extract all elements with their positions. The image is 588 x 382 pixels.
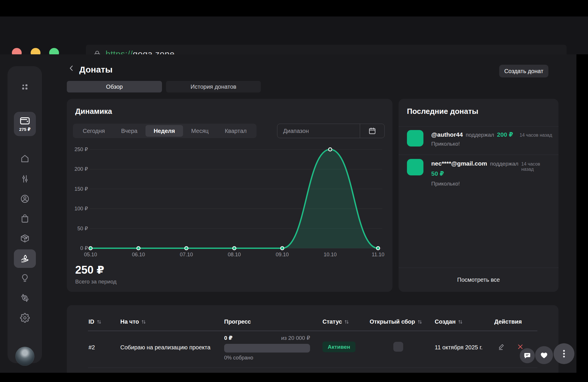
date-range-input[interactable]: Диапазон [277,124,385,138]
period-month[interactable]: Месяц [183,125,217,137]
dynamics-title: Динамика [75,107,112,116]
view-all-button[interactable]: Посмотреть все [399,268,558,292]
column-label: Создан [435,318,456,325]
column-label: Прогресс [224,318,251,325]
divider [399,155,558,155]
app-window: 275 ₽ [0,54,576,373]
sidebar-item-filters[interactable] [8,173,42,185]
donor-name: nec****@gmail.com [431,160,487,167]
browser-chrome: https://goga.zone [0,16,588,54]
sidebar-item-payouts[interactable] [8,292,42,304]
sidebar-item-shop[interactable] [8,213,42,224]
sidebar-item-products[interactable] [8,233,42,244]
ruble-exchange-icon [20,293,30,303]
sort-icon [417,319,422,324]
edit-pencil-icon [498,343,505,351]
chevron-left-icon [68,64,75,73]
column-header-actions: Действия [494,318,522,325]
like-fab-button[interactable] [535,346,553,364]
open-collection-checkbox[interactable] [393,342,403,352]
column-header-created[interactable]: Создан [435,318,463,325]
cell-id: #2 [89,344,95,351]
period-quarter[interactable]: Квартал [217,125,255,137]
donation-amount: 50 ₽ [431,170,444,177]
apps-grid-icon [21,83,29,91]
sidebar-item-home[interactable] [8,153,42,164]
period-week[interactable]: Неделя [145,125,183,137]
sidebar-item-profile[interactable] [8,193,42,205]
sort-icon [141,319,146,324]
donation-action: поддержал [490,161,518,167]
x-tick-label: 08.10 [221,252,247,258]
chat-bubble-icon [524,352,531,359]
chart-data-point [281,246,284,250]
calendar-icon [368,127,376,135]
sidebar-item-settings[interactable] [8,312,42,324]
dynamics-card: Динамика Сегодня Вчера Неделя Месяц Квар… [67,99,392,292]
sort-icon [97,319,102,324]
sidebar-item-apps[interactable] [8,81,42,93]
sort-icon [344,319,349,324]
wallet-icon [19,116,30,125]
x-tick-label: 05.10 [78,252,104,258]
sidebar-item-donations[interactable] [14,249,36,268]
back-button[interactable] [68,62,78,74]
column-label: ID [89,318,94,325]
chart-plot: 05.1006.1007.1008.1009.1010.1011.10 [78,144,390,260]
sidebar-item-ideas[interactable] [8,272,42,284]
x-tick-label: 10.10 [317,252,343,258]
recent-title: Последние донаты [407,107,478,116]
column-header-progress: Прогресс [224,318,251,325]
period-yesterday[interactable]: Вчера [113,125,145,137]
table-header-divider [88,331,537,331]
chart-data-point [233,246,236,250]
period-total-caption: Всего за период [75,279,117,285]
page-title: Донаты [79,65,113,75]
row-divider [88,368,537,368]
donation-time: 14 часов назад [521,162,552,172]
create-donation-button[interactable]: Создать донат [499,65,548,77]
column-header-id[interactable]: ID [89,318,102,325]
progress-bar [224,344,310,353]
sidebar-item-wallet[interactable]: 275 ₽ [14,112,36,136]
sidebar: 275 ₽ [8,66,42,363]
recent-donations-card: Последние донаты @author44 поддержал 200… [399,99,558,292]
heart-icon [540,351,548,359]
column-header-purpose[interactable]: На что [120,318,146,325]
period-today[interactable]: Сегодня [75,125,113,137]
column-label: Действия [494,318,522,325]
page: https://goga.zone 275 ₽ [0,0,588,382]
profile-icon [20,194,30,204]
column-header-status[interactable]: Статус [322,318,349,325]
home-icon [20,154,30,164]
donations-icon [20,253,30,264]
tab-overview[interactable]: Обзор [67,81,162,92]
column-label: Статус [322,318,342,325]
chart-data-point [376,246,380,250]
edit-button[interactable] [496,341,507,353]
tab-history[interactable]: История донатов [166,81,261,92]
close-x-icon [517,343,524,350]
x-tick-label: 06.10 [126,252,152,258]
status-badge: Активен [322,342,355,352]
user-avatar[interactable] [15,347,34,366]
sort-icon [458,319,463,324]
settings-gear-icon [20,313,30,323]
progress-current: 0 ₽ [224,335,233,341]
x-tick-label: 07.10 [173,252,199,258]
lightbulb-icon [20,273,30,283]
donations-table-card: ID На что Прогресс Статус Открытый сбор … [67,305,558,373]
chart-data-point [329,148,332,151]
chart-data-point [89,246,92,250]
more-menu-fab-button[interactable] [554,343,574,364]
donation-action: поддержал [466,132,494,138]
cell-purpose: Собираю на реализацию проекта [120,344,211,351]
donor-name: @author44 [431,131,463,138]
donation-amount: 200 ₽ [497,131,513,138]
kebab-menu-icon [559,348,569,359]
x-tick-label: 11.10 [365,252,391,258]
filters-icon [20,174,30,184]
chat-fab-button[interactable] [520,348,535,363]
calendar-button[interactable] [360,127,384,135]
column-header-open-collection[interactable]: Открытый сбор [370,318,422,325]
